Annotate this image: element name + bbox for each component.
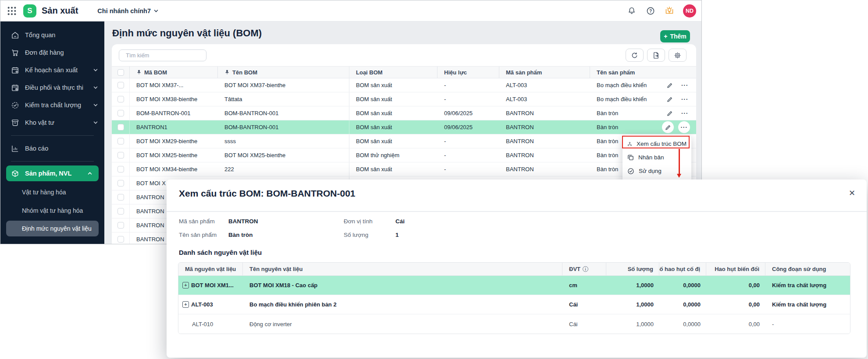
cell-dvt: cm — [562, 276, 606, 295]
sidebar-item-tong-quan[interactable]: Tổng quan — [0, 26, 104, 44]
modal-product-info: Mã sản phẩm BANTRON Đơn vị tính Cái Tên … — [179, 218, 854, 238]
pin-icon — [136, 70, 142, 75]
header-so-luong: Số lượng — [606, 263, 659, 275]
sidebar-subitem-dinh-muc-nguyen-vat-lieu[interactable]: Định mức nguyên vật liệu — [6, 221, 99, 236]
search-input[interactable] — [126, 52, 203, 59]
cell-ma-san-pham: BANTRON — [499, 120, 590, 134]
cell-loai-bom: BOM sản xuất — [349, 162, 438, 176]
field-value: BANTRON — [228, 218, 344, 225]
cell-loai-bom: BOM sản xuất — [349, 78, 438, 92]
sidebar-item-don-dat-hang[interactable]: Đơn đặt hàng — [0, 44, 104, 61]
whats-new-lamp-icon[interactable] — [664, 6, 675, 16]
sidebar-item-san-pham-nvl[interactable]: Sản phẩm, NVL — [6, 165, 99, 181]
chevron-down-icon — [93, 67, 98, 73]
cell-ten-san-pham: Bàn tròn — [597, 110, 618, 116]
add-bom-button[interactable]: + Thêm — [660, 30, 690, 42]
table-toolbar — [112, 44, 696, 66]
cell-ten-bom: ssss — [218, 134, 349, 148]
select-all-checkbox[interactable] — [117, 69, 124, 76]
field-value: 1 — [395, 232, 854, 238]
table-row[interactable]: BOT MOI XM29-bienthe ssss BOM sản xuất -… — [112, 134, 696, 148]
user-avatar[interactable]: ND — [683, 4, 696, 18]
material-row-highlighted[interactable]: + BOT MOI XM1... BOT MOI XM18 - Cao cấp … — [178, 276, 850, 295]
cell-ten-san-pham: Bo mạch điều khiển — [597, 96, 647, 102]
row-checkbox[interactable] — [117, 236, 124, 243]
row-more-actions-icon[interactable]: ... — [678, 121, 690, 133]
materials-table-header: Mã nguyên vật liệu Tên nguyên vật liệu Đ… — [178, 263, 850, 276]
sidebar-item-dieu-phoi-va-thuc-thi[interactable]: Điều phối và thực thi — [0, 79, 104, 96]
header-ten-bom[interactable]: Tên BOM — [218, 67, 349, 78]
row-more-actions-icon[interactable]: ... — [679, 94, 690, 105]
refresh-button[interactable] — [626, 49, 644, 62]
row-more-actions-icon[interactable]: ... — [679, 80, 690, 91]
row-checkbox[interactable] — [117, 82, 124, 88]
sidebar: Tổng quan Đơn đặt hàng Kế hoạch sản xuất… — [0, 21, 104, 244]
bom-structure-modal: Xem cấu trúc BOM: BOM-BANTRON-001 ✕ Mã s… — [167, 180, 867, 358]
menu-item-xem-cau-truc-bom[interactable]: Xem cấu trúc BOM — [623, 137, 691, 151]
row-checkbox[interactable] — [117, 180, 124, 187]
row-checkbox[interactable] — [117, 110, 124, 116]
cell-hao-hut-co-dinh: 0,0000 — [659, 276, 706, 295]
header-ma-san-pham[interactable]: Mã sản phẩm — [499, 67, 590, 78]
material-row-child[interactable]: ALT-010 Động cơ inverter Cái 1,0000 0,00… — [178, 314, 850, 334]
sidebar-item-ke-hoach-san-xuat[interactable]: Kế hoạch sản xuất — [0, 61, 104, 79]
edit-pencil-icon[interactable] — [662, 121, 674, 133]
edit-pencil-icon[interactable] — [665, 80, 675, 91]
row-more-actions-icon[interactable]: ... — [679, 108, 690, 119]
sidebar-item-label: Điều phối và thực thi — [25, 84, 87, 91]
row-checkbox[interactable] — [117, 222, 124, 229]
sidebar-item-kiem-tra-chat-luong[interactable]: Kiểm tra chất lượng — [0, 96, 104, 114]
export-button[interactable] — [647, 49, 665, 62]
header-ma-bom[interactable]: Mã BOM — [130, 67, 218, 78]
row-checkbox[interactable] — [117, 194, 124, 201]
header-cong-doan: Công đoạn sử dụng — [765, 263, 850, 275]
row-checkbox[interactable] — [117, 96, 124, 102]
row-checkbox[interactable] — [117, 124, 124, 130]
close-icon[interactable]: ✕ — [849, 189, 855, 197]
bom-table-header: Mã BOM Tên BOM Loại BOM Hiệu lực Mã sản … — [112, 66, 696, 78]
add-bom-button-label: Thêm — [670, 33, 686, 40]
page-title: Định mức nguyên vật liệu (BOM) — [112, 28, 262, 39]
gear-icon — [674, 52, 681, 59]
sidebar-subitem-vat-tu-hang-hoa[interactable]: Vật tư hàng hóa — [0, 183, 104, 201]
info-icon[interactable]: i — [583, 266, 588, 272]
apps-grid-icon[interactable] — [7, 6, 17, 16]
table-row[interactable]: BOT MOI XM25-bienthe BOT MOI XM25-bienth… — [112, 148, 696, 162]
sidebar-subitem-label: Vật tư hàng hóa — [22, 189, 66, 196]
table-settings-button[interactable] — [669, 49, 687, 62]
material-row[interactable]: + ALT-003 Bo mạch điều khiển phiên bản 2… — [178, 295, 850, 314]
cell-ma-san-pham: ALT-003 — [499, 92, 590, 106]
notifications-bell-icon[interactable] — [626, 6, 637, 16]
row-checkbox[interactable] — [117, 152, 124, 158]
sidebar-item-label: Kiểm tra chất lượng — [25, 102, 87, 109]
cell-loai-bom: BOM sản xuất — [349, 106, 438, 120]
branch-selector[interactable]: Chi nhánh chính7 — [97, 7, 159, 14]
duplicate-icon — [627, 154, 634, 161]
expand-row-icon[interactable]: + — [182, 282, 189, 289]
edit-pencil-icon[interactable] — [665, 94, 675, 105]
menu-item-nhan-ban[interactable]: Nhân bản — [623, 151, 691, 164]
quality-check-icon — [11, 101, 19, 109]
help-icon[interactable]: ? — [645, 6, 656, 16]
table-row[interactable]: BOT MOI XM37-... BOT MOI XM37-bienthe BO… — [112, 78, 696, 92]
cell-cong-doan: Kiểm tra chất lượng — [765, 276, 850, 295]
cell-hao-hut-bien-doi: 0,00 — [706, 276, 765, 295]
row-checkbox[interactable] — [117, 138, 124, 144]
row-checkbox[interactable] — [117, 208, 124, 215]
header-hieu-luc[interactable]: Hiệu lực — [438, 67, 499, 78]
edit-pencil-icon[interactable] — [665, 108, 675, 119]
table-row-selected[interactable]: BANTRON1 BOM-BANTRON-001 BOM sản xuất 09… — [112, 120, 696, 134]
sidebar-item-bao-cao[interactable]: Báo cáo — [0, 140, 104, 157]
header-loai-bom[interactable]: Loại BOM — [349, 67, 438, 78]
table-row[interactable]: BOT MOI XM38-bienthe Tâttata BOM sản xuấ… — [112, 92, 696, 106]
expand-row-icon[interactable]: + — [182, 301, 189, 308]
row-checkbox[interactable] — [117, 166, 124, 172]
field-label: Mã sản phẩm — [179, 218, 228, 225]
sidebar-subitem-nhom-vat-tu-hang-hoa[interactable]: Nhóm vật tư hàng hóa — [0, 201, 104, 220]
table-row[interactable]: BOM-BANTRON-001 BOM-BANTRON-001 BOM sản … — [112, 106, 696, 120]
sidebar-item-label: Tổng quan — [25, 32, 98, 39]
table-row[interactable]: BOT MOI XM34-bienthe 222 BOM sản xuất - … — [112, 162, 696, 176]
header-ten-san-pham[interactable]: Tên sản phẩm — [590, 67, 696, 78]
sidebar-item-kho-vat-tu[interactable]: Kho vật tư — [0, 114, 104, 131]
search-box — [119, 49, 206, 61]
